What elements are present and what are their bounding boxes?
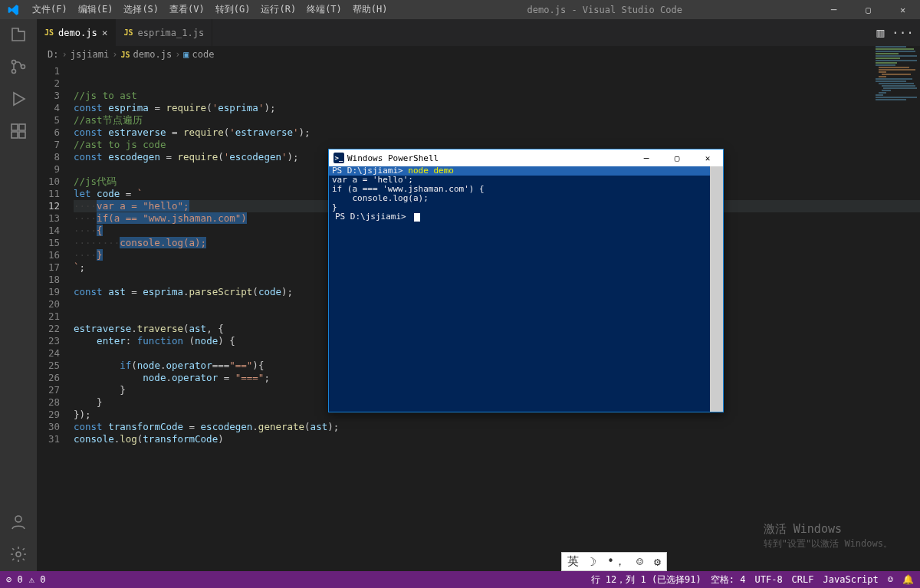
extensions-icon[interactable] [9,122,28,140]
menu-edit[interactable]: 编辑(E) [73,3,119,16]
window-maximize-button[interactable]: ▢ [851,0,886,19]
activity-bar [0,19,37,571]
svg-rect-3 [12,124,18,130]
svg-rect-6 [19,132,25,138]
source-control-icon[interactable] [9,57,28,76]
activation-line1: 激活 Windows [764,522,892,537]
windows-activation-watermark: 激活 Windows 转到"设置"以激活 Windows。 [764,522,892,551]
window-minimize-button[interactable]: ─ [631,153,662,163]
status-feedback-icon[interactable]: ☺ [888,574,893,585]
status-bar: ⊘ 0 ⚠ 0 行 12，列 1 (已选择91) 空格: 4 UTF-8 CRL… [0,571,920,588]
chevron-right-icon: › [175,49,180,60]
status-bell-icon[interactable]: 🔔 [902,574,914,585]
breadcrumb-drive[interactable]: D: [48,49,58,60]
status-language[interactable]: JavaScript [823,574,879,585]
status-cursor[interactable]: 行 12，列 1 (已选择91) [591,573,702,586]
menu-select[interactable]: 选择(S) [118,3,164,16]
status-errors[interactable]: ⊘ 0 [6,574,23,585]
menu-terminal[interactable]: 终端(T) [301,3,347,16]
js-icon: JS [121,51,130,59]
minimap[interactable] [872,46,918,138]
split-editor-icon[interactable]: ▥ [876,25,884,40]
menu-help[interactable]: 帮助(H) [347,3,393,16]
vscode-icon [0,4,27,16]
ime-smiley-icon[interactable]: ☺ [636,555,643,569]
menu-go[interactable]: 转到(G) [210,3,256,16]
activation-line2: 转到"设置"以激活 Windows。 [764,537,892,551]
breadcrumb-symbol[interactable]: code [192,49,215,60]
powershell-window[interactable]: >_ Windows PowerShell ─ ▢ ✕ PS D:\jsjiam… [328,149,724,412]
powershell-icon: >_ [334,153,344,163]
svg-point-8 [16,552,21,557]
tab-label: demo.js [58,28,97,38]
status-warnings[interactable]: ⚠ 0 [29,574,46,585]
tab-esprima-1-js[interactable]: JS esprima_1.js [116,19,212,46]
js-icon: JS [44,28,54,37]
powershell-titlebar[interactable]: >_ Windows PowerShell ─ ▢ ✕ [329,149,723,166]
ime-toolbar[interactable]: 英 ☽ •， ☺ ⚙ [561,552,667,571]
line-numbers: 1234567891011121314151617181920212223242… [37,65,74,571]
chevron-right-icon: › [112,49,117,60]
more-actions-icon[interactable]: ··· [892,25,914,40]
run-debug-icon[interactable] [9,90,28,108]
svg-point-1 [12,70,16,74]
powershell-body[interactable]: PS D:\jsjiami> node demovar a = 'hello';… [329,166,723,412]
ime-dot-icon[interactable]: •， [607,554,626,569]
window-maximize-button[interactable]: ▢ [662,153,692,163]
menu-view[interactable]: 查看(V) [164,3,210,16]
tab-bar: JS demo.js × JS esprima_1.js ▥ ··· [37,19,920,46]
account-icon[interactable] [9,513,28,531]
symbol-icon: ▣ [183,49,189,60]
tab-label: esprima_1.js [138,28,205,38]
breadcrumb-file[interactable]: demo.js [133,49,172,60]
svg-rect-5 [12,132,18,138]
breadcrumb-folder[interactable]: jsjiami [71,49,110,60]
status-encoding[interactable]: UTF-8 [754,574,782,585]
svg-rect-4 [19,124,25,130]
svg-point-7 [15,516,21,522]
tab-close-icon[interactable]: × [102,27,108,38]
ime-lang[interactable]: 英 [567,554,579,569]
tab-demo-js[interactable]: JS demo.js × [37,19,116,46]
window-close-button[interactable]: ✕ [886,0,920,19]
window-minimize-button[interactable]: ─ [816,0,851,19]
scrollbar-thumb[interactable] [710,166,723,412]
window-title: demo.js - Visual Studio Code [393,5,817,15]
settings-gear-icon[interactable] [9,545,28,563]
chevron-right-icon: › [61,49,67,60]
window-close-button[interactable]: ✕ [692,153,723,163]
status-eol[interactable]: CRLF [792,574,814,585]
menu-file[interactable]: 文件(F) [27,3,73,16]
breadcrumb[interactable]: D: › jsjiami › JS demo.js › ▣ code [37,46,920,63]
svg-point-0 [12,61,16,64]
explorer-icon[interactable] [9,25,28,44]
titlebar: 文件(F) 编辑(E) 选择(S) 查看(V) 转到(G) 运行(R) 终端(T… [0,0,920,19]
powershell-title: Windows PowerShell [347,153,439,163]
status-indent[interactable]: 空格: 4 [711,573,746,586]
ime-gear-icon[interactable]: ⚙ [654,555,661,569]
scrollbar[interactable] [710,166,723,412]
ime-moon-icon[interactable]: ☽ [590,555,596,569]
js-icon: JS [123,28,133,37]
menu-run[interactable]: 运行(R) [255,3,301,16]
